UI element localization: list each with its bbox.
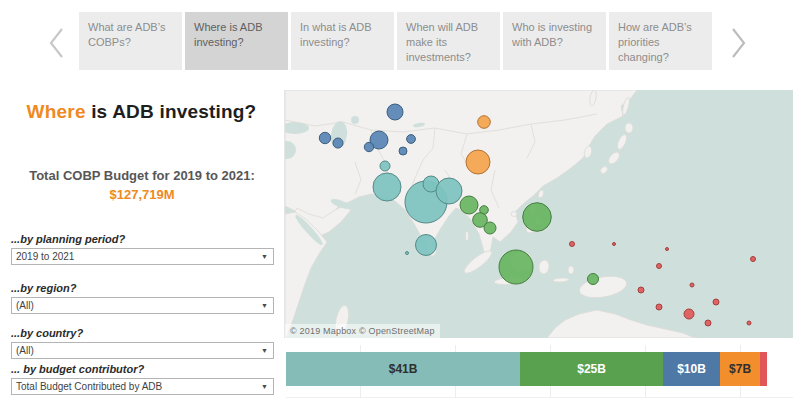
map-bubble-red[interactable]: [684, 309, 694, 319]
filter-label-country: ...by country?: [11, 327, 274, 339]
map-bubble-red[interactable]: [638, 287, 644, 293]
bar-axis-line: [286, 397, 793, 398]
map-bubble-blue[interactable]: [319, 132, 330, 143]
tab-who-investing[interactable]: Who is investing with ADB?: [503, 12, 606, 70]
tab-strip: What are ADB’s COBPs?Where is ADB invest…: [79, 12, 712, 70]
dropdown-value: (All): [16, 345, 34, 356]
dropdown-arrow-icon: ▼: [261, 302, 268, 309]
map-bubble-red[interactable]: [713, 299, 719, 305]
map-bubble-green[interactable]: [484, 222, 496, 234]
map-bubble-red[interactable]: [690, 283, 694, 287]
map-bubble-red[interactable]: [613, 243, 616, 246]
next-story-chevron-icon[interactable]: [727, 26, 749, 60]
map-bubble-green[interactable]: [460, 196, 478, 214]
bar-segment-2[interactable]: $25B: [520, 352, 663, 386]
budget-contributor-dropdown[interactable]: Total Budget Contributed by ADB▼: [11, 378, 274, 395]
dropdown-arrow-icon: ▼: [261, 347, 268, 354]
asia-pacific-map[interactable]: [285, 90, 793, 338]
map-bubble-blue[interactable]: [407, 135, 416, 144]
map-bubble-green[interactable]: [523, 203, 552, 232]
map-bubble-teal[interactable]: [373, 173, 401, 201]
map-bubble-blue[interactable]: [387, 104, 403, 120]
map-bubble-red[interactable]: [751, 257, 756, 262]
dropdown-arrow-icon: ▼: [261, 383, 268, 390]
tab-where-investing[interactable]: Where is ADB investing?: [185, 12, 288, 70]
map-bubble-orange[interactable]: [466, 150, 490, 174]
filter-group-budget-contributor: ... by budget contributor?Total Budget C…: [11, 363, 274, 395]
budget-bar: $41B$25B$10B$7B: [286, 352, 767, 386]
tab-priorities-changing[interactable]: How are ADB’s priorities changing?: [609, 12, 712, 70]
bar-segment-4[interactable]: $7B: [720, 352, 760, 386]
page-title-highlight: Where: [27, 101, 86, 122]
map-bubble-green[interactable]: [588, 274, 599, 285]
map-bubble-red[interactable]: [570, 242, 575, 247]
filter-label-planning-period: ...by planning period?: [11, 233, 274, 245]
region-dropdown[interactable]: (All)▼: [11, 297, 274, 314]
bar-segment-5[interactable]: [760, 352, 767, 386]
page-title-rest: is ADB investing?: [86, 101, 257, 122]
country-dropdown[interactable]: (All)▼: [11, 342, 274, 359]
total-budget-text: Total COBP Budget for 2019 to 2021: $127…: [26, 167, 258, 205]
map-bubble-red[interactable]: [747, 321, 751, 325]
total-budget-value: $127,719M: [109, 187, 174, 202]
map-bubble-orange[interactable]: [478, 116, 491, 129]
map-bubble-red[interactable]: [656, 304, 662, 310]
tab-in-what-investing[interactable]: In what is ADB investing?: [291, 12, 394, 70]
map-attribution[interactable]: © 2019 Mapbox © OpenStreetMap: [285, 324, 440, 338]
map-bubble-teal[interactable]: [416, 235, 437, 256]
map-bubble-teal[interactable]: [380, 161, 390, 171]
planning-period-dropdown[interactable]: 2019 to 2021▼: [11, 248, 274, 265]
bar-segment-1[interactable]: $41B: [286, 352, 520, 386]
page-title: Where is ADB investing?: [0, 101, 283, 123]
filter-group-region: ...by region?(All)▼: [11, 282, 274, 314]
total-budget-prefix: Total COBP Budget for 2019 to 2021:: [29, 168, 255, 183]
dropdown-value: Total Budget Contributed by ADB: [16, 381, 162, 392]
dropdown-value: 2019 to 2021: [16, 251, 74, 262]
map-panel[interactable]: © 2019 Mapbox © OpenStreetMap: [284, 90, 793, 338]
filter-label-region: ...by region?: [11, 282, 274, 294]
map-bubble-red[interactable]: [657, 264, 662, 269]
tab-when-investments[interactable]: When will ADB make its investments?: [397, 12, 500, 70]
map-bubble-blue[interactable]: [399, 147, 407, 155]
bar-segment-3[interactable]: $10B: [663, 352, 720, 386]
filter-group-planning-period: ...by planning period?2019 to 2021▼: [11, 233, 274, 265]
dashboard: What are ADB’s COBPs?Where is ADB invest…: [0, 0, 793, 414]
prev-story-chevron-icon[interactable]: [46, 26, 68, 60]
dropdown-arrow-icon: ▼: [261, 253, 268, 260]
filter-group-country: ...by country?(All)▼: [11, 327, 274, 359]
tab-what-are-cobps[interactable]: What are ADB’s COBPs?: [79, 12, 182, 70]
filter-label-budget-contributor: ... by budget contributor?: [11, 363, 274, 375]
map-bubble-red[interactable]: [666, 248, 669, 251]
map-bubble-blue[interactable]: [364, 142, 373, 151]
map-bubble-teal[interactable]: [406, 252, 409, 255]
map-bubble-blue[interactable]: [333, 138, 343, 148]
map-bubble-red[interactable]: [705, 320, 711, 326]
map-bubble-teal[interactable]: [436, 178, 462, 204]
dropdown-value: (All): [16, 300, 34, 311]
map-bubble-green[interactable]: [499, 250, 533, 284]
